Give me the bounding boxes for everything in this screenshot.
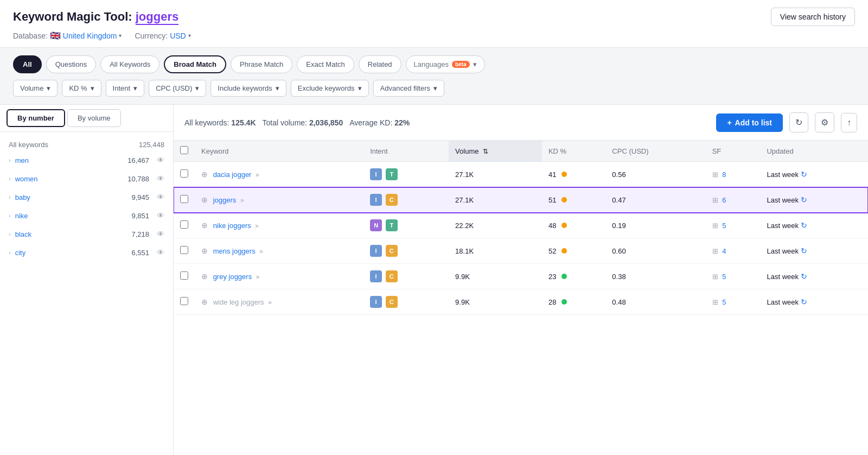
sidebar-label-black: black [15,230,127,238]
expand-icon[interactable]: » [256,171,259,179]
tab-questions[interactable]: Questions [46,55,97,73]
kd-dot-green [561,274,567,279]
country-selector[interactable]: United Kingdom ▾ [63,31,122,40]
sf-value: 5 [722,298,726,306]
expand-icon[interactable]: » [255,222,259,230]
expand-icon[interactable]: » [259,248,263,255]
database-label: Database: [13,31,48,40]
kd-filter-btn[interactable]: KD % ▾ [62,80,101,97]
cpc-filter-label: CPC (USD) [156,84,192,92]
kd-cell: 23 [542,264,605,289]
eye-icon-men[interactable]: 👁 [157,156,164,165]
tab-phrase-match[interactable]: Phrase Match [231,55,292,73]
row-checkbox-cell [174,213,195,238]
advanced-filters-btn[interactable]: Advanced filters ▾ [373,80,445,97]
sidebar-item-baby[interactable]: › baby 9,945 👁 [0,188,173,206]
keyword-link[interactable]: wide leg joggers [213,298,264,306]
cpc-cell: 0.38 [605,264,705,289]
row-checkbox[interactable] [180,220,188,229]
volume-col-header[interactable]: Volume ⇅ [449,141,542,162]
refresh-indicator-icon: ↻ [801,247,807,255]
kd-dot-orange [561,248,567,254]
sf-value: 6 [722,196,726,204]
data-panel: All keywords: 125.4K Total volume: 2,036… [174,105,868,455]
tab-all-keywords[interactable]: All Keywords [100,55,159,73]
cpc-cell: 0.19 [605,213,705,238]
expand-icon[interactable]: » [240,197,244,204]
intent-badge-t: T [386,219,398,231]
select-all-checkbox[interactable] [180,146,188,154]
add-to-list-button[interactable]: + Add to list [716,113,783,132]
eye-icon-women[interactable]: 👁 [157,174,164,183]
eye-icon-black[interactable]: 👁 [157,230,164,238]
sidebar-count-black: 7,218 [131,230,149,238]
add-keyword-icon[interactable]: ⊕ [201,221,208,230]
settings-button[interactable]: ⚙ [815,112,834,132]
add-keyword-icon[interactable]: ⊕ [201,272,208,281]
export-button[interactable]: ↑ [841,113,857,132]
row-checkbox[interactable] [180,297,188,305]
tab-languages[interactable]: Languages beta ▾ [406,55,485,73]
add-keyword-icon[interactable]: ⊕ [201,247,208,255]
sidebar-item-black[interactable]: › black 7,218 👁 [0,225,173,243]
chevron-right-icon: › [9,157,11,163]
currency-selector[interactable]: USD ▾ [170,31,191,40]
country-chevron-icon: ▾ [119,33,122,39]
row-checkbox[interactable] [180,195,188,203]
intent-badge-t: T [386,168,398,180]
intent-cell: I C [363,264,449,289]
add-keyword-icon[interactable]: ⊕ [201,195,208,204]
exclude-keywords-btn[interactable]: Exclude keywords ▾ [291,80,369,97]
intent-filter-label: Intent [113,84,131,92]
volume-cell: 27.1K [449,162,542,187]
sidebar-count-city: 6,551 [131,249,149,257]
sidebar-label-baby: baby [15,193,127,201]
intent-badge-c: C [386,245,398,257]
tab-broad-match[interactable]: Broad Match [164,55,226,73]
tab-exact-match[interactable]: Exact Match [297,55,354,73]
tab-related[interactable]: Related [359,55,401,73]
volume-value: 27.1K [455,196,474,204]
keyword-cell: ⊕ nike joggers » [195,213,363,238]
expand-icon[interactable]: » [268,299,272,306]
eye-icon-baby[interactable]: 👁 [157,193,164,201]
sf-cell: ⊞ 5 [706,289,761,315]
intent-badge-c: C [386,270,398,282]
kd-value: 52 [548,247,556,255]
add-keyword-icon[interactable]: ⊕ [201,298,208,306]
kd-chevron-icon: ▾ [91,84,94,92]
row-checkbox[interactable] [180,246,188,254]
kd-value: 28 [548,298,556,306]
eye-icon-nike[interactable]: 👁 [157,211,164,220]
eye-icon-city[interactable]: 👁 [157,248,164,257]
kd-filter-label: KD % [69,84,87,92]
main-content: By number By volume All keywords 125,448… [0,105,868,455]
keyword-link[interactable]: mens joggers [213,247,256,255]
plus-icon: + [727,118,731,127]
view-history-button[interactable]: View search history [771,8,855,26]
expand-icon[interactable]: » [256,273,260,281]
row-checkbox[interactable] [180,271,188,280]
refresh-indicator-icon: ↻ [801,195,807,204]
refresh-button[interactable]: ↻ [789,112,808,132]
volume-filter-btn[interactable]: Volume ▾ [13,80,58,97]
keyword-link[interactable]: joggers [213,196,237,204]
include-keywords-btn[interactable]: Include keywords ▾ [210,80,286,97]
sidebar-item-men[interactable]: › men 16,467 👁 [0,151,173,169]
add-keyword-icon[interactable]: ⊕ [201,170,208,179]
intent-badge-i: I [370,270,382,282]
cpc-filter-btn[interactable]: CPC (USD) ▾ [149,80,206,97]
keyword-link[interactable]: grey joggers [213,273,252,281]
intent-filter-btn[interactable]: Intent ▾ [106,80,145,97]
by-volume-btn[interactable]: By volume [67,109,121,127]
keyword-link[interactable]: nike joggers [213,222,251,230]
by-number-btn[interactable]: By number [7,109,65,127]
sidebar-item-women[interactable]: › women 10,788 👁 [0,169,173,188]
chevron-right-icon: › [9,249,11,256]
row-checkbox[interactable] [180,169,188,178]
keyword-link[interactable]: dacia jogger [213,170,252,179]
cpc-col-header: CPC (USD) [605,141,705,162]
sidebar-item-city[interactable]: › city 6,551 👁 [0,243,173,262]
tab-all[interactable]: All [13,55,42,73]
sidebar-item-nike[interactable]: › nike 9,851 👁 [0,206,173,225]
